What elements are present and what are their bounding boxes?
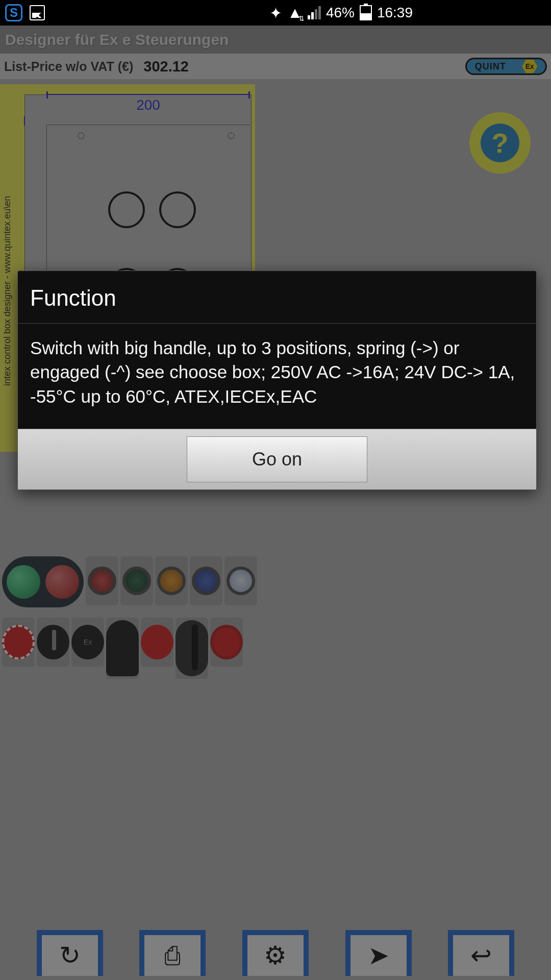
android-status-bar: S ✦ ▲ 46% 16:39 xyxy=(0,0,418,26)
app-s-icon: S xyxy=(5,4,22,21)
dialog-body-text: Switch with big handle, up to 3 position… xyxy=(18,324,418,429)
cell-signal-icon xyxy=(308,6,321,19)
battery-percent: 46% xyxy=(326,5,355,21)
go-on-button[interactable]: Go on xyxy=(187,436,367,482)
gallery-icon xyxy=(30,5,45,20)
dialog-title: Function xyxy=(18,271,418,323)
battery-icon xyxy=(360,5,372,20)
go-on-label: Go on xyxy=(252,449,302,470)
dialog-footer: Go on xyxy=(18,429,418,489)
bluetooth-icon: ✦ xyxy=(269,4,282,22)
app-screen: Designer für Ex e Steuerungen List-Price… xyxy=(0,26,418,743)
function-dialog: Function Switch with big handle, up to 3… xyxy=(17,271,418,490)
wifi-icon: ▲ xyxy=(287,4,303,21)
clock: 16:39 xyxy=(377,5,413,21)
